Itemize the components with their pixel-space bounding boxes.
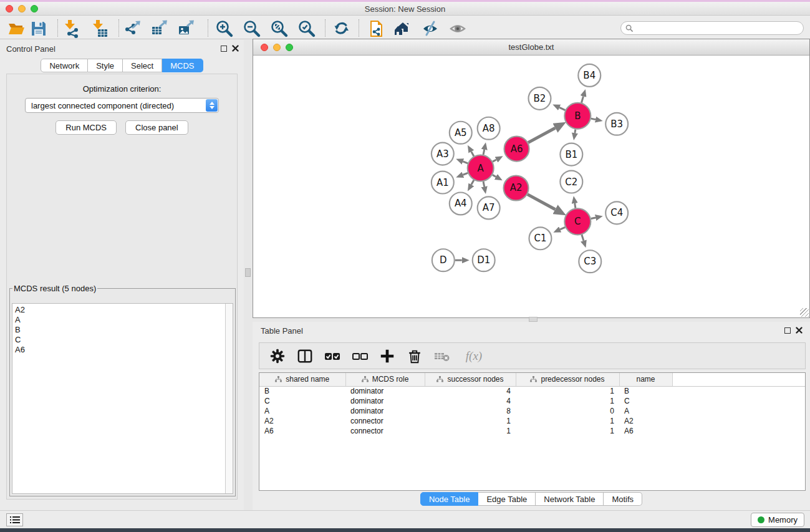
- tab-motifs[interactable]: Motifs: [604, 492, 642, 506]
- close-table-panel-icon[interactable]: [796, 327, 803, 334]
- show-columns-icon[interactable]: [296, 347, 314, 365]
- graph-edge-A-A8[interactable]: [483, 150, 485, 155]
- tab-mcds[interactable]: MCDS: [162, 59, 203, 72]
- table-cell[interactable]: dominator: [345, 386, 425, 396]
- table-row[interactable]: Bdominator41B: [259, 386, 805, 396]
- table-cell[interactable]: 1: [516, 426, 619, 436]
- table-cell[interactable]: connector: [345, 426, 425, 436]
- table-cell[interactable]: 1: [516, 386, 619, 396]
- select-all-columns-icon[interactable]: [323, 347, 342, 365]
- column-header-successor-nodes[interactable]: successor nodes: [425, 373, 516, 386]
- export-table-icon[interactable]: [150, 19, 170, 39]
- column-header-mcds-role[interactable]: MCDS role: [345, 373, 425, 386]
- home-icon[interactable]: [393, 19, 413, 39]
- zoom-selected-icon[interactable]: [297, 19, 317, 39]
- graph-edge-C-C3[interactable]: [582, 235, 584, 241]
- float-table-panel-icon[interactable]: [784, 327, 791, 334]
- table-cell[interactable]: 8: [425, 406, 516, 416]
- graph-edge-B-B2[interactable]: [559, 107, 565, 110]
- zoom-fit-icon[interactable]: [269, 19, 289, 39]
- new-session-from-network-icon[interactable]: [367, 19, 387, 39]
- table-row[interactable]: A2connector11A2: [259, 416, 805, 426]
- table-cell[interactable]: A: [259, 406, 345, 416]
- export-network-icon[interactable]: [123, 19, 143, 39]
- graph-edge-A-A2[interactable]: [493, 175, 496, 177]
- close-panel-button[interactable]: Close panel: [125, 120, 188, 135]
- table-cell[interactable]: 4: [425, 386, 516, 396]
- close-panel-icon[interactable]: [232, 45, 239, 52]
- graph-edge-A2-C[interactable]: [528, 195, 555, 210]
- graph-edge-B-B4[interactable]: [582, 96, 584, 102]
- function-builder-icon[interactable]: f(x): [460, 347, 488, 365]
- table-cell[interactable]: 1: [425, 416, 516, 426]
- graph-edge-A-A3[interactable]: [463, 162, 468, 163]
- zoom-out-icon[interactable]: [242, 19, 262, 39]
- tab-network-table[interactable]: Network Table: [536, 492, 604, 506]
- tab-style[interactable]: Style: [88, 59, 123, 72]
- tab-select[interactable]: Select: [123, 59, 162, 72]
- mcds-list-scrollbar[interactable]: [225, 304, 233, 493]
- criterion-dropdown[interactable]: largest connected component (directed): [25, 98, 219, 113]
- create-column-plus-icon[interactable]: [378, 347, 397, 365]
- table-row[interactable]: A6connector11A6: [259, 426, 805, 436]
- table-cell[interactable]: A: [619, 406, 672, 416]
- table-cell[interactable]: 4: [425, 396, 516, 406]
- open-file-icon[interactable]: [6, 19, 26, 39]
- unselect-all-columns-icon[interactable]: [350, 347, 369, 365]
- table-cell[interactable]: A6: [259, 426, 345, 436]
- graph-edge-C-C2[interactable]: [575, 203, 576, 208]
- tab-network[interactable]: Network: [41, 59, 88, 72]
- column-header-name[interactable]: name: [619, 373, 672, 386]
- graph-edge-A-A1[interactable]: [463, 173, 468, 175]
- vertical-splitter[interactable]: [244, 40, 253, 510]
- mcds-result-item[interactable]: A: [15, 315, 225, 325]
- horizontal-splitter-handle[interactable]: [529, 317, 538, 322]
- graph-edge-C-C4[interactable]: [591, 218, 595, 219]
- hide-panels-eye-slash-icon[interactable]: [420, 19, 440, 39]
- run-mcds-button[interactable]: Run MCDS: [55, 120, 117, 135]
- mcds-result-item[interactable]: B: [15, 325, 225, 335]
- memory-button[interactable]: Memory: [751, 513, 804, 527]
- task-history-button[interactable]: [6, 513, 23, 526]
- table-row[interactable]: Cdominator41C: [259, 396, 805, 406]
- mcds-result-item[interactable]: A6: [15, 345, 225, 355]
- tab-edge-table[interactable]: Edge Table: [478, 492, 536, 506]
- delete-columns-trash-icon[interactable]: [405, 347, 424, 365]
- graph-edge-B-B1[interactable]: [575, 129, 576, 133]
- table-cell[interactable]: 1: [516, 416, 619, 426]
- table-cell[interactable]: 0: [516, 406, 619, 416]
- table-cell[interactable]: connector: [345, 416, 425, 426]
- refresh-icon[interactable]: [332, 19, 352, 39]
- table-cell[interactable]: B: [259, 386, 345, 396]
- search-input[interactable]: [636, 22, 803, 34]
- save-session-icon[interactable]: [29, 19, 49, 39]
- column-header-predecessor-nodes[interactable]: predecessor nodes: [516, 373, 619, 386]
- window-resize-grip[interactable]: [800, 308, 809, 317]
- graph-edge-A-A7[interactable]: [483, 181, 485, 186]
- graph-edge-A-A4[interactable]: [471, 180, 474, 185]
- float-panel-icon[interactable]: [221, 46, 227, 52]
- tab-node-table[interactable]: Node Table: [420, 492, 479, 506]
- table-cell[interactable]: 1: [425, 426, 516, 436]
- table-cell[interactable]: C: [259, 396, 345, 406]
- mcds-result-item[interactable]: C: [15, 335, 225, 345]
- delete-table-icon[interactable]: [433, 347, 451, 365]
- table-cell[interactable]: dominator: [345, 396, 425, 406]
- import-table-icon[interactable]: [90, 19, 110, 39]
- graph-edge-B-B3[interactable]: [591, 118, 595, 119]
- table-cell[interactable]: dominator: [345, 406, 425, 416]
- import-network-icon[interactable]: [62, 19, 82, 39]
- network-canvas[interactable]: B4B2BB3A5A8A6B1A3AA1C2A2A4A7C4CC1C3DD1: [253, 56, 809, 317]
- mcds-result-item[interactable]: A2: [15, 305, 225, 315]
- table-cell[interactable]: A6: [619, 426, 672, 436]
- table-cell[interactable]: B: [619, 386, 672, 396]
- column-header-shared-name[interactable]: shared name: [259, 373, 345, 386]
- zoom-in-icon[interactable]: [215, 19, 234, 39]
- table-cell[interactable]: A2: [619, 416, 672, 426]
- table-cell[interactable]: C: [619, 396, 672, 406]
- table-cell[interactable]: 1: [516, 396, 619, 406]
- graph-edge-A-A6[interactable]: [493, 160, 496, 162]
- vertical-splitter-handle[interactable]: [245, 268, 251, 277]
- table-row[interactable]: Adominator80A: [259, 406, 805, 416]
- show-panels-eye-icon[interactable]: [448, 19, 468, 39]
